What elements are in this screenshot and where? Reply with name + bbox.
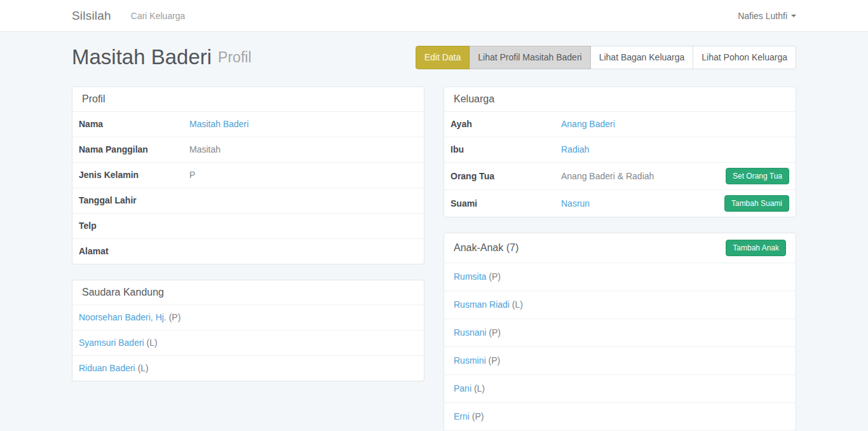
list-item: Rumsita (P) — [444, 263, 796, 291]
table-row: Tanggal Lahir — [72, 188, 424, 213]
suami-link[interactable]: Nasrun — [561, 198, 590, 210]
keluarga-panel-title: Keluarga — [444, 87, 796, 111]
caret-down-icon — [791, 15, 796, 17]
orang-tua-value: Anang Baderi & Radiah — [561, 170, 654, 182]
gender-label: (P) — [488, 355, 500, 366]
sibling-link[interactable]: Riduan Baderi — [79, 363, 135, 373]
row-value: P — [189, 163, 424, 188]
table-row: Orang Tua Anang Baderi & Radiah Set Oran… — [444, 162, 796, 189]
list-item: Erni (P) — [444, 402, 796, 430]
main-content: Masitah Baderi Profil Edit Data Lihat Pr… — [0, 32, 868, 431]
table-row: Telp — [72, 213, 424, 238]
list-item: Riduan Baderi (L) — [72, 355, 424, 381]
table-row: Nama Masitah Baderi — [72, 111, 424, 137]
gender-label: (P) — [169, 312, 181, 322]
anak-anak-panel: Anak-Anak (7) Tambah Anak Rumsita (P) Ru… — [444, 233, 796, 431]
user-menu[interactable]: Nafies Luthfi — [738, 11, 796, 21]
child-link[interactable]: Rusman Riadi — [454, 299, 510, 310]
ibu-link[interactable]: Radiah — [561, 144, 589, 154]
profile-action-button-group: Edit Data Lihat Profil Masitah Baderi Li… — [416, 46, 796, 69]
table-row: Ayah Anang Baderi — [444, 111, 796, 137]
set-orang-tua-button[interactable]: Set Orang Tua — [726, 168, 789, 184]
child-link[interactable]: Rusmini — [454, 355, 486, 366]
row-value — [189, 214, 424, 238]
saudara-panel-title: Saudara Kandung — [72, 280, 424, 304]
row-value — [189, 188, 424, 213]
table-row: Jenis Kelamin P — [72, 162, 424, 188]
table-row: Ibu Radiah — [444, 137, 796, 162]
gender-label: (P) — [489, 327, 501, 338]
table-row: Nama Panggilan Masitah — [72, 137, 424, 162]
brand-silsilah[interactable]: Silsilah — [72, 9, 111, 23]
anak-panel-title: Anak-Anak (7) — [454, 242, 519, 254]
list-item: Pani (L) — [444, 374, 796, 402]
sibling-link[interactable]: Noorsehan Baderi, Hj. — [79, 312, 166, 322]
row-label: Ibu — [444, 137, 561, 162]
tambah-suami-button[interactable]: Tambah Suami — [724, 195, 789, 212]
row-label: Alamat — [72, 239, 189, 264]
sibling-link[interactable]: Syamsuri Baderi — [79, 338, 144, 348]
row-value — [189, 239, 424, 264]
keluarga-panel: Keluarga Ayah Anang Baderi Ibu Radiah Or… — [444, 86, 796, 217]
list-item: Rusman Riadi (L) — [444, 291, 796, 318]
tambah-anak-button[interactable]: Tambah Anak — [726, 240, 786, 256]
lihat-pohon-keluarga-button[interactable]: Lihat Pohon Keluarga — [693, 46, 796, 69]
list-item: Rusmini (P) — [444, 346, 796, 374]
nama-link[interactable]: Masitah Baderi — [189, 119, 248, 129]
child-link[interactable]: Rusnani — [454, 327, 486, 338]
row-label: Suami — [444, 191, 561, 216]
row-label: Orang Tua — [444, 164, 561, 189]
row-label: Nama Panggilan — [72, 137, 189, 162]
lihat-profil-button[interactable]: Lihat Profil Masitah Baderi — [469, 46, 590, 69]
list-item: Syamsuri Baderi (L) — [72, 330, 424, 355]
list-item: Noorsehan Baderi, Hj. (P) — [72, 304, 424, 330]
profil-panel: Profil Nama Masitah Baderi Nama Panggila… — [72, 86, 424, 264]
row-value: Masitah — [189, 137, 424, 162]
profil-panel-title: Profil — [72, 87, 424, 111]
page-title: Masitah Baderi — [72, 45, 212, 69]
table-row: Alamat — [72, 238, 424, 264]
child-link[interactable]: Rumsita — [454, 271, 486, 282]
navbar: Silsilah Cari Keluarga Nafies Luthfi — [0, 0, 868, 32]
row-label: Tanggal Lahir — [72, 188, 189, 213]
nav-link-cari-keluarga[interactable]: Cari Keluarga — [131, 11, 186, 21]
child-link[interactable]: Erni — [454, 411, 470, 421]
user-name: Nafies Luthfi — [738, 11, 787, 21]
saudara-kandung-panel: Saudara Kandung Noorsehan Baderi, Hj. (P… — [72, 280, 424, 381]
lihat-bagan-keluarga-button[interactable]: Lihat Bagan Keluarga — [590, 46, 694, 69]
page-header: Masitah Baderi Profil Edit Data Lihat Pr… — [72, 45, 796, 69]
gender-label: (P) — [472, 411, 484, 421]
row-label: Ayah — [444, 112, 561, 137]
list-item: Rusnani (P) — [444, 318, 796, 346]
gender-label: (L) — [147, 338, 158, 348]
row-label: Jenis Kelamin — [72, 163, 189, 188]
gender-label: (L) — [474, 383, 485, 393]
ayah-link[interactable]: Anang Baderi — [561, 119, 615, 129]
gender-label: (P) — [489, 271, 501, 282]
child-link[interactable]: Pani — [454, 383, 471, 393]
row-label: Telp — [72, 214, 189, 238]
page-subtitle: Profil — [218, 49, 251, 66]
edit-data-button[interactable]: Edit Data — [416, 46, 470, 69]
row-label: Nama — [72, 112, 189, 137]
gender-label: (L) — [512, 299, 523, 310]
table-row: Suami Nasrun Tambah Suami — [444, 189, 796, 217]
gender-label: (L) — [138, 363, 149, 373]
